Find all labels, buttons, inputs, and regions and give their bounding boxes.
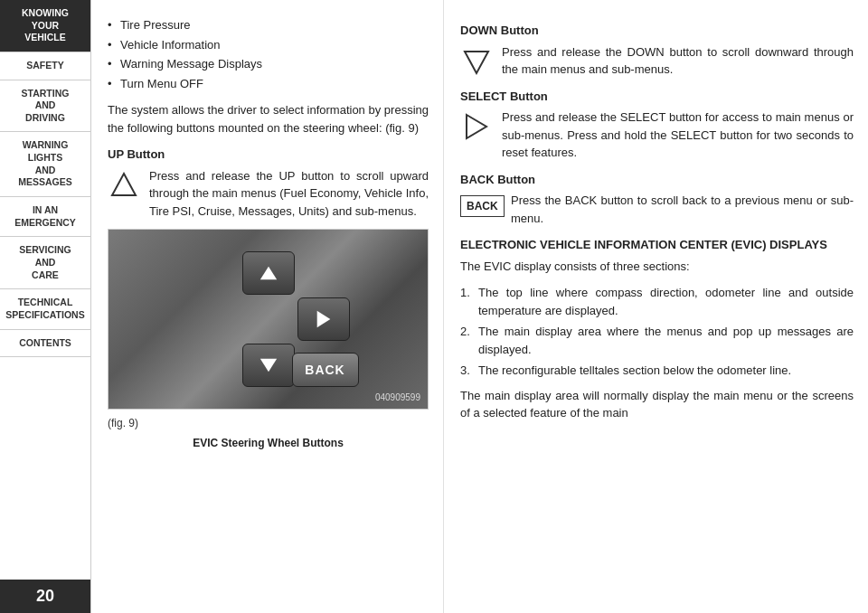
photo-area: BACK 040909599 — [108, 230, 428, 409]
down-button-heading: DOWN Button — [460, 22, 854, 40]
evic-intro: The EVIC display consists of three secti… — [460, 258, 854, 276]
sidebar-item-in-an-emergency[interactable]: IN ANEMERGENCY — [0, 197, 90, 237]
list-item: 2. The main display area where the menus… — [460, 323, 854, 358]
right-arrow-icon — [460, 110, 493, 143]
figure-caption: (fig. 9) — [108, 415, 429, 431]
body-text: The system allows the driver to select i… — [108, 101, 429, 137]
left-column: Tire Pressure Vehicle Information Warnin… — [91, 0, 444, 613]
list-item: Turn Menu OFF — [108, 75, 429, 93]
svg-marker-1 — [259, 267, 276, 280]
bullet-list: Tire Pressure Vehicle Information Warnin… — [108, 16, 429, 92]
down-arrow-icon — [460, 45, 493, 78]
svg-marker-4 — [465, 52, 488, 73]
evic-section: ELECTRONIC VEHICLE INFORMATION CENTER (E… — [460, 236, 854, 422]
up-button-description: Press and release the UP button to scrol… — [149, 167, 429, 221]
figure-label: EVIC Steering Wheel Buttons — [108, 435, 429, 451]
sidebar-item-servicing-and-care[interactable]: SERVICINGANDCARE — [0, 237, 90, 289]
up-button-row: Press and release the UP button to scrol… — [108, 167, 429, 221]
sidebar-item-knowing-your-vehicle[interactable]: KNOWINGYOURVEHICLE — [0, 0, 90, 52]
down-button-description: Press and release the DOWN button to scr… — [502, 43, 854, 79]
right-column: DOWN Button Press and release the DOWN b… — [444, 0, 868, 613]
list-item: 3. The reconfigurable telltales section … — [460, 362, 854, 380]
list-item: 1. The top line where compass direction,… — [460, 284, 854, 319]
sidebar-item-warning-lights-messages[interactable]: WARNINGLIGHTSANDMESSAGES — [0, 132, 90, 197]
list-item: Tire Pressure — [108, 16, 429, 34]
back-button-section: BACK Button BACK Press the BACK button t… — [460, 171, 854, 228]
figure-number: 040909599 — [375, 391, 420, 404]
evic-list: 1. The top line where compass direction,… — [460, 284, 854, 380]
back-button-visual: BACK — [292, 353, 359, 387]
down-button-visual — [242, 344, 295, 387]
down-button-section: DOWN Button Press and release the DOWN b… — [460, 22, 854, 79]
up-button-section: UP Button Press and release the UP butto… — [108, 146, 429, 220]
list-item: Vehicle Information — [108, 36, 429, 54]
svg-marker-5 — [467, 115, 486, 138]
evic-closing: The main display area will normally disp… — [460, 387, 854, 422]
select-button-section: SELECT Button Press and release the SELE… — [460, 88, 854, 162]
down-button-row: Press and release the DOWN button to scr… — [460, 43, 854, 79]
back-text-icon: BACK — [460, 192, 502, 217]
main-content: Tire Pressure Vehicle Information Warnin… — [91, 0, 868, 613]
select-button-description: Press and release the SELECT button for … — [502, 108, 854, 162]
svg-marker-3 — [259, 359, 276, 373]
select-button-row: Press and release the SELECT button for … — [460, 108, 854, 162]
sidebar-item-safety[interactable]: SAFETY — [0, 52, 90, 80]
select-button-heading: SELECT Button — [460, 88, 854, 106]
up-button-visual — [242, 251, 295, 295]
back-button-row: BACK Press the BACK button to scroll bac… — [460, 192, 854, 227]
back-label: BACK — [305, 361, 344, 380]
wheel-button-cluster: BACK — [187, 251, 350, 387]
sidebar: KNOWINGYOURVEHICLE SAFETY STARTINGANDDRI… — [0, 0, 91, 613]
back-label-box: BACK — [460, 195, 505, 217]
page-number: 20 — [0, 580, 90, 613]
sidebar-item-starting-and-driving[interactable]: STARTINGANDDRIVING — [0, 80, 90, 133]
back-button-description: Press the BACK button to scroll back to … — [511, 192, 854, 227]
svg-marker-2 — [316, 311, 330, 327]
sidebar-item-contents[interactable]: CONTENTS — [0, 330, 90, 358]
figure-container: BACK 040909599 — [108, 229, 429, 410]
svg-marker-0 — [112, 174, 136, 195]
right-button-visual — [297, 297, 350, 341]
up-button-heading: UP Button — [108, 146, 429, 164]
up-arrow-icon — [108, 169, 140, 202]
evic-heading: ELECTRONIC VEHICLE INFORMATION CENTER (E… — [460, 236, 854, 254]
sidebar-item-technical-specifications[interactable]: TECHNICALSPECIFICATIONS — [0, 289, 90, 329]
back-button-heading: BACK Button — [460, 171, 854, 189]
list-item: Warning Message Displays — [108, 55, 429, 73]
